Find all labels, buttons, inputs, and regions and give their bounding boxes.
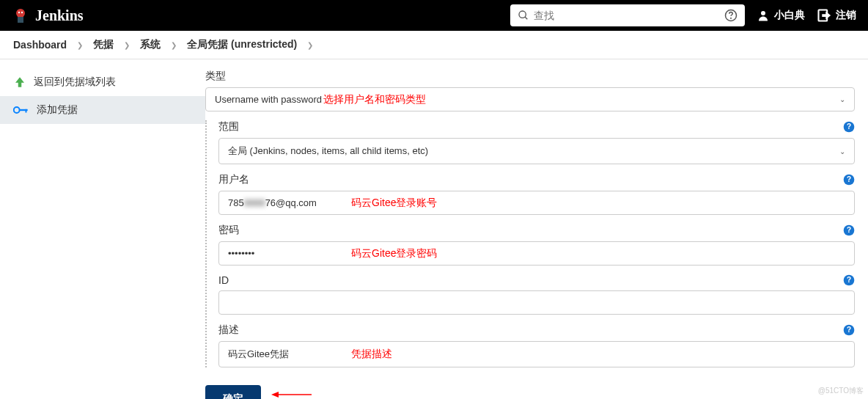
svg-point-8: [761, 11, 765, 15]
svg-marker-24: [271, 392, 279, 398]
help-icon[interactable]: [724, 9, 738, 22]
logout-label: 注销: [836, 9, 856, 22]
id-input[interactable]: [218, 290, 855, 315]
password-annotation: 码云Gitee登录密码: [351, 247, 437, 260]
help-icon[interactable]: ?: [843, 174, 855, 186]
logout-icon: [817, 8, 831, 23]
scope-label: 范围: [218, 120, 239, 133]
help-icon[interactable]: ?: [843, 224, 855, 236]
svg-point-0: [16, 9, 25, 18]
chevron-right-icon: ❯: [307, 41, 313, 49]
scope-field-group: 范围 ? 全局 (Jenkins, nodes, items, all chil…: [218, 120, 855, 164]
form-section: 范围 ? 全局 (Jenkins, nodes, items, all chil…: [205, 120, 855, 367]
svg-line-5: [525, 17, 527, 19]
app-title: Jenkins: [35, 7, 84, 24]
sidebar: 返回到凭据域列表 添加凭据: [0, 59, 205, 399]
svg-point-2: [18, 12, 20, 13]
submit-button[interactable]: 确定: [205, 385, 261, 399]
sidebar-item-back[interactable]: 返回到凭据域列表: [0, 68, 205, 96]
form-content: 类型 Username with password 选择用户名和密码类型 ⌄ 范…: [205, 59, 868, 399]
arrow-annotation-icon: [271, 387, 315, 399]
sidebar-item-label: 添加凭据: [37, 103, 78, 117]
type-label: 类型: [205, 70, 855, 83]
breadcrumb-item[interactable]: Dashboard: [13, 39, 67, 51]
search-icon: [518, 10, 529, 21]
scope-select[interactable]: 全局 (Jenkins, nodes, items, all child ite…: [218, 138, 855, 164]
username-prefix: 785: [228, 197, 244, 208]
description-field-group: 描述 ? 码云Gitee凭据 凭据描述: [218, 323, 855, 367]
chevron-down-icon: ⌄: [839, 95, 845, 103]
username-label: 用户名: [218, 173, 249, 186]
breadcrumb-item[interactable]: 全局凭据 (unrestricted): [187, 38, 297, 51]
user-menu[interactable]: 小白典: [757, 9, 805, 22]
help-icon[interactable]: ?: [843, 121, 855, 133]
svg-rect-1: [18, 17, 23, 23]
password-input-wrapper[interactable]: •••••••• 码云Gitee登录密码: [218, 241, 855, 266]
key-icon: [13, 103, 29, 117]
username-input-wrapper[interactable]: 785000076@qq.com 码云Gitee登录账号: [218, 191, 855, 215]
username-suffix: 76@qq.com: [265, 197, 317, 208]
sidebar-item-label: 返回到凭据域列表: [34, 76, 116, 89]
jenkins-logo-icon: [12, 7, 29, 24]
scope-select-value: 全局 (Jenkins, nodes, items, all child ite…: [228, 144, 428, 158]
id-label: ID: [218, 274, 229, 286]
username-field-group: 用户名 ? 785000076@qq.com 码云Gitee登录账号: [218, 173, 855, 215]
svg-point-4: [519, 11, 526, 18]
type-select-value: Username with password: [215, 94, 322, 105]
description-label: 描述: [218, 323, 239, 337]
type-select[interactable]: Username with password 选择用户名和密码类型 ⌄: [205, 87, 855, 111]
svg-point-10: [14, 107, 20, 113]
sidebar-item-add-credentials[interactable]: 添加凭据: [0, 96, 205, 124]
user-name: 小白典: [774, 9, 805, 22]
jenkins-logo-area[interactable]: Jenkins: [12, 7, 84, 24]
description-annotation: 凭据描述: [351, 348, 392, 361]
header-right: 小白典 注销: [510, 4, 856, 26]
password-label: 密码: [218, 224, 239, 237]
svg-point-3: [21, 12, 23, 13]
svg-text:?: ?: [847, 326, 851, 334]
search-box[interactable]: [510, 4, 745, 26]
breadcrumb-item[interactable]: 系统: [140, 38, 161, 51]
chevron-down-icon: ⌄: [839, 147, 845, 155]
svg-text:?: ?: [847, 276, 851, 284]
type-annotation: 选择用户名和密码类型: [323, 93, 426, 106]
password-field-group: 密码 ? •••••••• 码云Gitee登录密码: [218, 224, 855, 266]
chevron-right-icon: ❯: [124, 41, 130, 49]
username-masked: 0000: [244, 197, 265, 208]
password-value: ••••••••: [228, 248, 254, 259]
breadcrumb-item[interactable]: 凭据: [93, 38, 114, 51]
help-icon[interactable]: ?: [843, 324, 855, 336]
chevron-right-icon: ❯: [77, 41, 83, 49]
watermark: @51CTO博客: [818, 386, 864, 396]
svg-text:?: ?: [847, 122, 851, 131]
chevron-right-icon: ❯: [171, 41, 177, 49]
id-field-group: ID ?: [218, 274, 855, 315]
description-value: 码云Gitee凭据: [228, 348, 289, 361]
svg-rect-12: [26, 109, 27, 113]
arrow-up-icon: [13, 76, 26, 89]
logout-button[interactable]: 注销: [817, 8, 856, 23]
help-icon[interactable]: ?: [843, 274, 855, 286]
description-input-wrapper[interactable]: 码云Gitee凭据 凭据描述: [218, 341, 855, 367]
main-layout: 返回到凭据域列表 添加凭据 类型 Username with password …: [0, 59, 868, 399]
username-annotation: 码云Gitee登录账号: [351, 197, 437, 210]
svg-text:?: ?: [847, 175, 851, 183]
search-input[interactable]: [534, 10, 724, 21]
app-header: Jenkins 小白典 注销: [0, 0, 868, 31]
svg-text:?: ?: [847, 226, 851, 234]
user-icon: [757, 9, 770, 22]
breadcrumb: Dashboard ❯ 凭据 ❯ 系统 ❯ 全局凭据 (unrestricted…: [0, 31, 868, 59]
svg-point-7: [731, 18, 732, 18]
